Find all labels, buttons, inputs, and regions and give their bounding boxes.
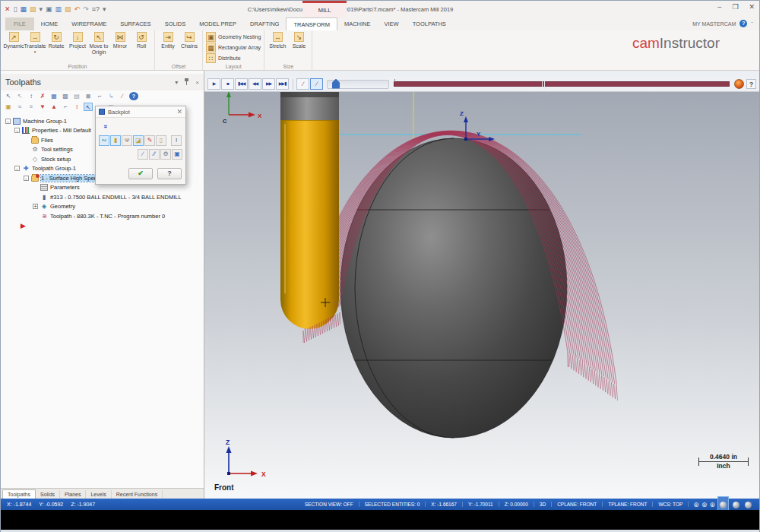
- tree-expander-icon[interactable]: +: [33, 204, 38, 209]
- endpoints-icon[interactable]: ✎: [144, 135, 155, 146]
- hatch-option-icon[interactable]: ∕∕: [149, 149, 160, 160]
- dialog-help-button[interactable]: ?: [157, 168, 182, 179]
- select-highlight-icon[interactable]: ↖: [84, 103, 93, 111]
- step-forward-button[interactable]: ▶▶: [262, 78, 275, 90]
- speed-slider-thumb[interactable]: [332, 79, 340, 89]
- tree-expander-icon[interactable]: -: [5, 119, 11, 124]
- ribbon-tab-solids[interactable]: SOLIDS: [158, 17, 193, 30]
- status-item-y[interactable]: Y: -1.70011: [463, 502, 499, 507]
- panel-tab-levels[interactable]: Levels: [86, 490, 111, 499]
- panel-tab-recent-functions[interactable]: Recent Functions: [112, 490, 163, 499]
- ribbon-button-stretch[interactable]: ↔Stretch: [268, 32, 287, 49]
- progress-bar[interactable]: [394, 81, 730, 87]
- backplot-titlebar[interactable]: Backplot ✕: [96, 106, 185, 118]
- new-file-icon[interactable]: ▯: [14, 5, 17, 13]
- tree-item-toolpath-880-3k-t-nc-p[interactable]: ≋Toolpath - 880.3K - T.NC - Program numb…: [1, 211, 204, 221]
- status-item-tplane[interactable]: TPLANE: FRONT: [603, 502, 653, 507]
- ribbon-button-scale[interactable]: ↘Scale: [289, 32, 309, 49]
- expand-dialog-icon[interactable]: »: [100, 122, 110, 132]
- insert-position-arrow[interactable]: ▶: [21, 221, 204, 230]
- go-to-start-button[interactable]: ▮◀◀: [235, 78, 248, 90]
- qat-customize-icon[interactable]: ▾: [103, 5, 106, 13]
- ribbon-button-distribute[interactable]: ∷Distribute: [206, 53, 241, 63]
- ribbon-button-rectangular-array[interactable]: ▦Rectangular Array: [206, 43, 261, 52]
- ribbon-tab-file[interactable]: FILE: [5, 17, 34, 30]
- progress-marker[interactable]: [542, 81, 545, 89]
- close-button[interactable]: ✕: [749, 3, 755, 11]
- quick-verify-icon[interactable]: ▯: [156, 135, 166, 146]
- ribbon-tab-drafting[interactable]: DRAFTING: [243, 17, 286, 30]
- toolpath-display-icon[interactable]: ∾: [99, 135, 109, 146]
- ribbon-tab-machine[interactable]: MACHINE: [337, 17, 378, 30]
- select-cursor-icon[interactable]: ↖: [15, 92, 24, 100]
- backplot-tool-icon[interactable]: ▤: [72, 92, 81, 100]
- tool-display-icon[interactable]: ▮: [110, 135, 121, 146]
- folder-icon[interactable]: ▧: [65, 5, 71, 13]
- ribbon-tab-transform[interactable]: TRANSFORM: [286, 17, 337, 30]
- ribbon-tab-wireframe[interactable]: WIREFRAME: [65, 17, 113, 30]
- ribbon-button-entity[interactable]: ⇥Entity: [158, 32, 178, 49]
- ribbon-button-chains[interactable]: ↪Chains: [179, 32, 199, 49]
- panel-tab-toolpaths[interactable]: Toolpaths: [2, 489, 36, 499]
- undo-icon[interactable]: ↶: [74, 5, 81, 13]
- open-dropdown-icon[interactable]: ▾: [40, 5, 43, 13]
- ribbon-tab-home[interactable]: HOME: [34, 17, 65, 30]
- restore-button[interactable]: ❒: [732, 3, 738, 11]
- edit-highfeed-icon[interactable]: ∕: [118, 92, 127, 100]
- my-mastercam-label[interactable]: MY MASTERCAM: [692, 21, 736, 27]
- print-icon[interactable]: ▣: [46, 5, 52, 13]
- gnomon-cplane-icon[interactable]: ⊕: [693, 501, 699, 508]
- ribbon-button-roll[interactable]: ↺Roll: [131, 32, 151, 49]
- status-item-x[interactable]: X: -1.66167: [426, 502, 463, 507]
- alert-icon[interactable]: [734, 79, 744, 89]
- tree-expander-icon[interactable]: -: [14, 166, 20, 171]
- play-button[interactable]: ▶: [207, 78, 220, 90]
- save-as-icon[interactable]: ▥: [55, 5, 62, 13]
- ribbon-button-rotate[interactable]: ↻Rotate: [46, 32, 66, 49]
- redo-icon[interactable]: ↷: [83, 5, 89, 13]
- ok-button[interactable]: ✔: [128, 168, 153, 179]
- move-updown-icon[interactable]: ↕: [72, 103, 81, 111]
- save-icon[interactable]: ▦: [21, 5, 27, 13]
- blank-toolpath-icon[interactable]: ≈: [15, 103, 24, 111]
- holder-display-icon[interactable]: Ψ: [122, 135, 132, 146]
- minimize-button[interactable]: –: [717, 3, 721, 11]
- ribbon-button-project[interactable]: ↓Project: [68, 32, 87, 49]
- trace-pen-icon[interactable]: ∕: [296, 78, 309, 90]
- ribbon-button-dynamic[interactable]: ↗Dynamic: [4, 32, 24, 49]
- simulator-icon[interactable]: ⌐: [95, 92, 104, 100]
- ribbon-button-geometry-nesting[interactable]: ▣Geometry Nesting: [206, 32, 261, 42]
- tree-item-geometry[interactable]: +◈Geometry: [1, 202, 204, 212]
- scene-3d[interactable]: Z Y X C: [204, 92, 759, 499]
- filter-down-icon[interactable]: ▼: [38, 103, 47, 111]
- go-to-end-button[interactable]: ▶▶▮: [276, 78, 289, 90]
- select-all-operations-icon[interactable]: ↖: [4, 92, 13, 100]
- tree-expander-icon[interactable]: -: [24, 176, 29, 181]
- trace-pen-active-icon[interactable]: ∕: [310, 78, 323, 90]
- panel-help-icon[interactable]: ?: [129, 92, 138, 100]
- ribbon-tab-toolpaths[interactable]: TOOLPATHS: [406, 17, 453, 30]
- open-folder-icon[interactable]: ▨: [30, 5, 36, 13]
- status-item-3d[interactable]: 3D: [534, 502, 552, 507]
- toggle-locked-icon[interactable]: ✗: [38, 92, 47, 100]
- ribbon-tab-surfaces[interactable]: SURFACES: [113, 17, 157, 30]
- trace-option-icon[interactable]: ∕: [138, 149, 148, 160]
- details-icon[interactable]: !: [171, 135, 182, 146]
- filter-up-icon[interactable]: ▲: [49, 103, 59, 111]
- ribbon-button-mirror[interactable]: ⋈Mirror: [110, 32, 130, 49]
- app-logo-icon[interactable]: ✕: [5, 5, 11, 13]
- lock-operation-icon[interactable]: ▣: [4, 103, 13, 111]
- stop-button[interactable]: ■: [221, 78, 234, 90]
- status-item-wcs[interactable]: WCS: TOP: [653, 502, 689, 507]
- panel-tab-solids[interactable]: Solids: [36, 490, 60, 499]
- post-selected-icon[interactable]: ↳: [106, 92, 116, 100]
- backplot-help-icon[interactable]: ?: [746, 79, 756, 89]
- ball-endmill-tool[interactable]: [280, 92, 339, 329]
- backplot-close-icon[interactable]: ✕: [176, 108, 182, 116]
- collapse-ribbon-icon[interactable]: ˆ: [751, 21, 753, 27]
- regen-selected-icon[interactable]: ▩: [61, 92, 70, 100]
- status-item-selected-entities[interactable]: SELECTED ENTITIES: 0: [359, 502, 426, 507]
- panel-close-icon[interactable]: ×: [195, 79, 199, 86]
- panel-dropdown-icon[interactable]: ▾: [175, 79, 178, 86]
- help-icon[interactable]: ?: [739, 20, 747, 27]
